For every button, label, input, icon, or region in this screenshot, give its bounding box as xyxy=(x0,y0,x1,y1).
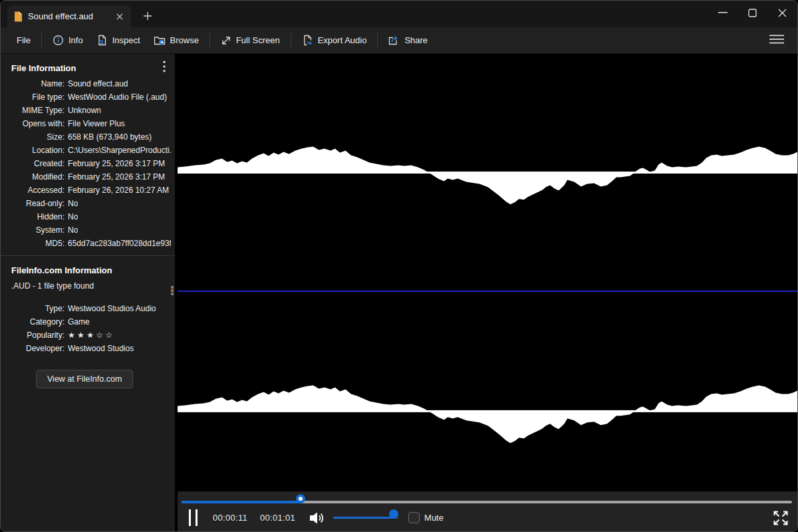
toolbar-separator xyxy=(209,33,210,48)
info-row-filetype: File type:WestWood Audio File (.aud) xyxy=(10,90,175,104)
fullscreen-button[interactable] xyxy=(771,508,791,528)
inspect-button[interactable]: Inspect xyxy=(90,31,147,50)
toolbar: File Info Inspect xyxy=(1,27,797,54)
splitter-gripper[interactable] xyxy=(171,286,174,295)
info-row-name: Name:Sound effect.aud xyxy=(10,77,175,90)
export-audio-label: Export Audio xyxy=(318,35,367,45)
waveform-display xyxy=(178,54,797,491)
info-row-accessed: Accessed:February 26, 2026 10:27 AM xyxy=(10,184,175,197)
new-tab-button[interactable] xyxy=(138,6,158,26)
waveform-channel-1 xyxy=(178,147,797,205)
gripper-dot xyxy=(171,289,174,292)
info-row-category: Category:Game xyxy=(10,315,175,329)
fileinfo-result-count: .AUD - 1 file type found xyxy=(10,279,175,293)
full-screen-icon xyxy=(221,35,231,46)
sidebar-options-button[interactable] xyxy=(159,58,170,78)
info-row-mimetype: MIME Type:Unknown xyxy=(10,104,175,117)
info-row-developer: Developer:Westwood Studios xyxy=(10,342,175,355)
volume-button[interactable] xyxy=(307,509,327,527)
volume-fill xyxy=(333,517,394,519)
close-icon xyxy=(778,9,787,17)
fileinfo-rows: Type:Westwood Studios Audio Category:Gam… xyxy=(10,302,175,355)
gripper-dot xyxy=(171,293,174,295)
star-rating: ★ ★ ★ ☆ ☆ xyxy=(68,329,112,342)
minimize-icon xyxy=(718,12,728,13)
volume-slider[interactable] xyxy=(333,513,398,523)
kebab-menu-icon xyxy=(163,61,166,72)
volume-track[interactable] xyxy=(333,517,398,519)
file-information-title: File Information xyxy=(10,61,175,77)
info-row-system: System:No xyxy=(10,223,175,237)
browse-folder-icon xyxy=(154,35,166,46)
file-menu-button[interactable]: File xyxy=(10,31,37,49)
current-time: 00:00:11 xyxy=(213,513,247,523)
plus-icon xyxy=(143,11,152,21)
info-row-modified: Modified:February 25, 2026 3:17 PM xyxy=(10,170,175,184)
toolbar-separator xyxy=(291,33,291,48)
close-button[interactable] xyxy=(767,1,797,25)
speaker-icon xyxy=(308,511,325,525)
info-row-readonly: Read-only:No xyxy=(10,197,175,210)
gripper-dot xyxy=(171,286,174,289)
pause-bar xyxy=(189,509,191,526)
toolbar-separator xyxy=(377,33,378,48)
info-icon xyxy=(53,35,64,46)
hamburger-icon xyxy=(769,35,784,44)
title-bar: Sound effect.aud xyxy=(1,1,797,27)
document-tab[interactable]: Sound effect.aud xyxy=(7,5,131,27)
audio-viewer: 00:00:11 00:01:01 xyxy=(178,54,797,531)
channel-divider-line xyxy=(178,291,797,292)
seek-thumb[interactable] xyxy=(296,494,305,503)
app-window: Sound effect.aud File xyxy=(0,0,798,532)
audio-file-icon xyxy=(14,11,23,22)
info-row-md5: MD5:65dd7ac283ab7ff028dd1e93f8... xyxy=(10,237,175,250)
seek-fill xyxy=(182,501,301,503)
inspect-label: Inspect xyxy=(112,35,140,45)
info-row-popularity: Popularity:★ ★ ★ ☆ ☆ xyxy=(10,329,175,342)
file-menu-label: File xyxy=(17,35,31,45)
waveform-channel-1-baseline xyxy=(178,172,797,174)
export-audio-icon xyxy=(302,35,313,46)
full-screen-button[interactable]: Full Screen xyxy=(214,31,287,50)
info-row-hidden: Hidden:No xyxy=(10,210,175,223)
waveform-svg xyxy=(178,54,797,491)
info-row-openswith: Opens with:File Viewer Plus xyxy=(10,117,175,130)
maximize-icon xyxy=(748,9,757,17)
tab-title: Sound effect.aud xyxy=(28,11,114,21)
browse-button[interactable]: Browse xyxy=(147,31,205,50)
minimize-button[interactable] xyxy=(708,1,737,25)
pause-button[interactable] xyxy=(188,508,199,527)
toolbar-separator xyxy=(41,33,42,48)
share-label: Share xyxy=(404,35,428,45)
fileinfo-section-title: FileInfo.com Information xyxy=(10,263,175,279)
playback-bar: 00:00:11 00:01:01 xyxy=(178,491,797,531)
waveform-channel-2 xyxy=(178,385,797,443)
total-duration: 00:01:01 xyxy=(260,513,295,523)
mute-label[interactable]: Mute xyxy=(424,513,444,523)
window-controls xyxy=(708,1,797,25)
mute-checkbox[interactable] xyxy=(408,512,420,523)
full-screen-label: Full Screen xyxy=(236,35,280,45)
menu-button[interactable] xyxy=(764,31,789,51)
export-audio-button[interactable]: Export Audio xyxy=(295,31,374,50)
tab-close-icon[interactable] xyxy=(114,11,126,23)
info-row-type: Type:Westwood Studios Audio xyxy=(10,302,175,315)
maximize-button[interactable] xyxy=(737,1,767,25)
waveform-channel-2-baseline xyxy=(178,410,797,412)
share-button[interactable]: Share xyxy=(382,31,434,50)
info-button[interactable]: Info xyxy=(46,31,90,50)
info-row-location: Location:C:\Users\SharpenedProducti... xyxy=(10,144,175,157)
sidebar-section-divider xyxy=(1,255,175,256)
info-row-size: Size:658 KB (673,940 bytes) xyxy=(10,130,175,144)
expand-arrows-icon xyxy=(772,509,789,527)
seek-track[interactable] xyxy=(182,501,792,503)
playback-controls: 00:00:11 00:01:01 xyxy=(178,507,797,531)
share-icon xyxy=(388,35,400,46)
content-area: File Information Name:Sound effect.aud F… xyxy=(1,54,797,531)
file-information-rows: Name:Sound effect.aud File type:WestWood… xyxy=(10,77,175,250)
seek-bar[interactable] xyxy=(182,497,792,507)
pause-bar xyxy=(196,509,198,526)
info-row-created: Created:February 25, 2026 3:17 PM xyxy=(10,157,175,170)
view-at-fileinfo-button[interactable]: View at FileInfo.com xyxy=(36,370,133,388)
browse-label: Browse xyxy=(170,35,199,45)
